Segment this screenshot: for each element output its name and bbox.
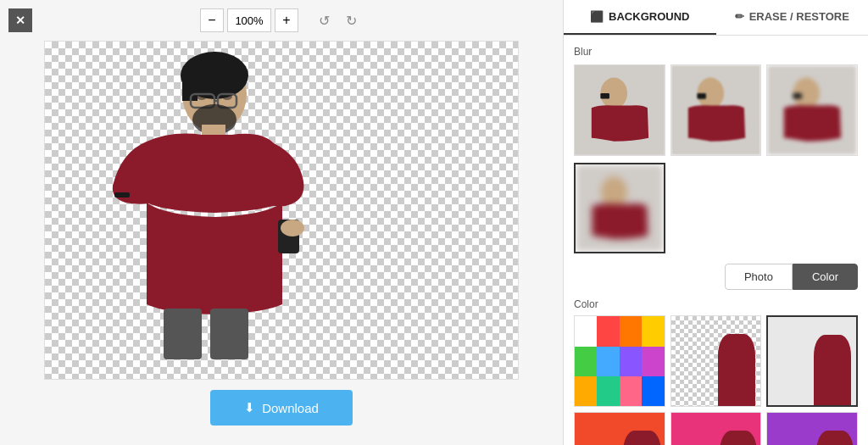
zoom-value-display: 100% <box>227 8 271 32</box>
undo-button[interactable]: ↺ <box>312 8 336 32</box>
tab-erase-restore-label: ERASE / RESTORE <box>749 10 849 23</box>
svg-rect-2 <box>182 71 198 101</box>
blur-option-3[interactable] <box>574 163 665 254</box>
download-icon: ⬇ <box>244 400 255 415</box>
blur-options-grid <box>574 64 858 156</box>
bg-orange-thumb[interactable] <box>574 412 665 445</box>
tab-bar: ⬛ BACKGROUND ✏ ERASE / RESTORE <box>564 0 868 36</box>
download-label: Download <box>262 401 319 415</box>
left-panel: ✕ − 100% + ↺ ↻ <box>0 0 563 445</box>
close-icon: ✕ <box>15 14 25 27</box>
svg-rect-23 <box>793 93 803 99</box>
color-toggle-button[interactable]: Color <box>793 264 858 290</box>
color-transparent-thumb[interactable] <box>670 315 762 407</box>
zoom-in-button[interactable]: + <box>275 8 298 32</box>
canvas-area <box>44 41 519 380</box>
svg-rect-13 <box>164 309 202 359</box>
eraser-icon: ✏ <box>735 10 744 23</box>
blur-option-0[interactable] <box>574 64 665 156</box>
redo-button[interactable]: ↻ <box>339 8 363 32</box>
color-person-dark-thumb[interactable] <box>766 315 858 407</box>
undo-redo-controls: ↺ ↻ <box>312 8 363 32</box>
toolbar: − 100% + ↺ ↻ <box>8 8 554 32</box>
panel-content: Blur <box>564 36 868 445</box>
color-options-row2 <box>574 412 858 445</box>
tab-background[interactable]: ⬛ BACKGROUND <box>564 0 716 35</box>
zoom-out-button[interactable]: − <box>200 8 224 32</box>
color-options-row1 <box>574 315 858 407</box>
blur-option-2[interactable] <box>766 64 858 156</box>
download-button[interactable]: ⬇ Download <box>210 390 353 426</box>
blur-options-row2 <box>574 163 858 254</box>
svg-rect-14 <box>210 309 248 359</box>
right-panel: ⬛ BACKGROUND ✏ ERASE / RESTORE Blur <box>563 0 868 445</box>
close-button[interactable]: ✕ <box>8 8 32 32</box>
svg-point-11 <box>281 220 304 236</box>
tab-erase-restore[interactable]: ✏ ERASE / RESTORE <box>716 0 869 35</box>
zoom-controls: − 100% + <box>200 8 298 32</box>
color-section-label: Color <box>574 298 858 310</box>
person-figure <box>62 50 316 364</box>
blur-label: Blur <box>574 46 858 58</box>
bg-purple-thumb[interactable] <box>766 412 858 445</box>
svg-rect-12 <box>114 192 130 197</box>
svg-rect-17 <box>600 93 609 99</box>
color-swatch-thumb[interactable] <box>574 315 665 407</box>
photo-toggle-button[interactable]: Photo <box>725 264 793 290</box>
tab-background-label: BACKGROUND <box>609 10 689 23</box>
photo-color-toggle: Photo Color <box>574 264 858 290</box>
svg-rect-20 <box>697 93 706 99</box>
bg-pink-thumb[interactable] <box>670 412 762 445</box>
svg-point-25 <box>601 176 627 207</box>
blur-option-1[interactable] <box>670 64 762 156</box>
layers-icon: ⬛ <box>590 10 604 23</box>
